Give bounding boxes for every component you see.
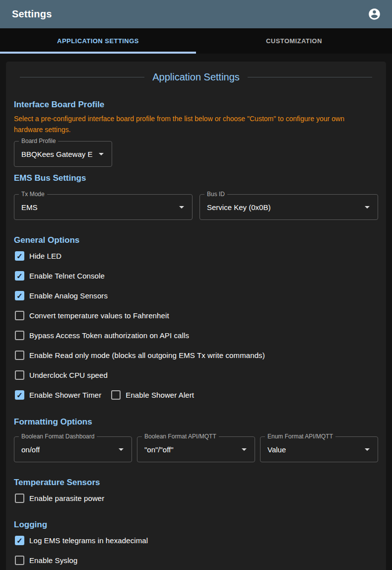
- app-bar-title: Settings: [12, 8, 52, 20]
- section-ems-bus: EMS Bus Settings Tx Mode EMS Bus ID Serv…: [14, 173, 378, 220]
- tab-label: APPLICATION SETTINGS: [57, 37, 139, 45]
- checkbox-label: Enable Shower Timer: [29, 391, 101, 399]
- checkbox-row: Enable parasite power: [14, 488, 378, 508]
- checkbox-row: Bypass Access Token authorization on API…: [14, 325, 378, 345]
- checkbox-label: Convert temperature values to Fahrenheit: [29, 311, 169, 320]
- general-options-list: Hide LED Enable Telnet Console Enable An…: [14, 246, 378, 405]
- section-logging: Logging Log EMS telegrams in hexadecimal…: [14, 519, 378, 570]
- checkbox-enable-telnet-console[interactable]: [15, 271, 24, 281]
- shower-timer-item: Enable Shower Timer: [15, 390, 101, 400]
- checkbox-row: Hide LED: [14, 246, 378, 266]
- card-title-row: Application Settings: [20, 71, 372, 83]
- checkbox-label: Underclock CPU speed: [29, 371, 108, 379]
- checkbox-label: Enable Syslog: [29, 556, 77, 565]
- checkbox-row: Enable Analog Sensors: [14, 285, 378, 305]
- card-title: Application Settings: [144, 71, 248, 83]
- dropdown-arrow-icon: [119, 448, 124, 451]
- checkbox-row: Log EMS telegrams in hexadecimal: [14, 530, 378, 550]
- section-heading: Logging: [14, 519, 378, 530]
- checkbox-label: Enable Analog Sensors: [29, 291, 108, 300]
- account-button[interactable]: [363, 3, 385, 25]
- select-value: "on"/"off": [144, 445, 174, 454]
- section-heading: Temperature Sensors: [14, 477, 378, 488]
- ems-bus-select-row: Tx Mode EMS Bus ID Service Key (0x0B): [14, 194, 378, 220]
- select-label: Tx Mode: [19, 191, 47, 198]
- checkbox-bypass-access-token[interactable]: [15, 331, 24, 340]
- select-value: EMS: [21, 203, 38, 212]
- checkbox-convert-fahrenheit[interactable]: [15, 311, 24, 320]
- divider-line: [248, 77, 372, 77]
- checkbox-row: Enable Telnet Console: [14, 266, 378, 285]
- checkbox-label: Enable Read only mode (blocks all outgoi…: [29, 351, 265, 359]
- checkbox-label: Enable Telnet Console: [29, 272, 105, 280]
- checkbox-row-shower: Enable Shower Timer Enable Shower Alert: [14, 385, 378, 405]
- checkbox-label: Enable parasite power: [29, 494, 104, 502]
- checkbox-label: Enable Shower Alert: [126, 391, 194, 399]
- tx-mode-select[interactable]: Tx Mode EMS: [14, 194, 193, 220]
- checkbox-log-ems-hexadecimal[interactable]: [15, 536, 24, 545]
- section-formatting-options: Formatting Options Boolean Format Dashbo…: [14, 417, 378, 462]
- dropdown-arrow-icon: [365, 206, 370, 209]
- section-heading: Interface Board Profile: [14, 99, 378, 110]
- checkbox-label: Hide LED: [29, 252, 62, 260]
- dropdown-arrow-icon: [179, 206, 184, 209]
- select-label: Enum Format API/MQTT: [265, 433, 335, 440]
- checkbox-row: Convert temperature values to Fahrenheit: [14, 305, 378, 325]
- checkbox-row: Enable Syslog: [14, 550, 378, 570]
- board-profile-description: Select a pre-configured interface board …: [14, 114, 369, 135]
- checkbox-enable-shower-alert[interactable]: [111, 390, 121, 400]
- boolean-format-dashboard-select[interactable]: Boolean Format Dashboard on/off: [14, 436, 132, 462]
- account-circle-icon: [368, 7, 381, 21]
- logging-options-list: Log EMS telegrams in hexadecimal Enable …: [14, 530, 378, 570]
- section-heading: Formatting Options: [14, 417, 378, 427]
- select-value: on/off: [21, 445, 40, 454]
- bus-id-select[interactable]: Bus ID Service Key (0x0B): [199, 194, 378, 220]
- settings-card: Application Settings Interface Board Pro…: [6, 62, 386, 570]
- temperature-options-list: Enable parasite power: [14, 488, 378, 508]
- select-label: Board Profile: [19, 138, 58, 145]
- checkbox-row: Underclock CPU speed: [14, 365, 378, 385]
- boolean-format-api-mqtt-select[interactable]: Boolean Format API/MQTT "on"/"off": [137, 436, 255, 462]
- dropdown-arrow-icon: [242, 448, 247, 451]
- select-label: Bus ID: [204, 191, 227, 198]
- checkbox-underclock-cpu[interactable]: [15, 370, 24, 380]
- section-temperature-sensors: Temperature Sensors Enable parasite powe…: [14, 477, 378, 508]
- app-bar: Settings: [0, 0, 392, 28]
- tab-customization[interactable]: CUSTOMIZATION: [196, 28, 392, 54]
- checkbox-read-only-mode[interactable]: [15, 351, 24, 360]
- tab-bar: APPLICATION SETTINGS CUSTOMIZATION: [0, 28, 392, 54]
- section-heading: EMS Bus Settings: [14, 173, 378, 183]
- dropdown-arrow-icon: [365, 448, 370, 451]
- dropdown-arrow-icon: [99, 153, 104, 155]
- select-value: Service Key (0x0B): [207, 203, 270, 212]
- tab-application-settings[interactable]: APPLICATION SETTINGS: [0, 28, 196, 54]
- checkbox-label: Bypass Access Token authorization on API…: [29, 331, 189, 340]
- formatting-select-row: Boolean Format Dashboard on/off Boolean …: [14, 436, 378, 462]
- checkbox-hide-led[interactable]: [15, 251, 24, 261]
- divider-line: [20, 77, 144, 77]
- select-label: Boolean Format Dashboard: [19, 433, 97, 440]
- checkbox-enable-syslog[interactable]: [15, 556, 24, 565]
- select-value: BBQKees Gateway E32: [21, 150, 93, 158]
- checkbox-enable-shower-timer[interactable]: [15, 390, 24, 400]
- checkbox-enable-analog-sensors[interactable]: [15, 291, 24, 300]
- checkbox-enable-parasite-power[interactable]: [15, 494, 24, 503]
- select-label: Boolean Format API/MQTT: [142, 433, 219, 440]
- shower-alert-item: Enable Shower Alert: [111, 390, 194, 400]
- checkbox-row: Enable Read only mode (blocks all outgoi…: [14, 345, 378, 365]
- tab-label: CUSTOMIZATION: [266, 37, 322, 45]
- select-value: Value: [267, 445, 286, 454]
- section-heading: General Options: [14, 235, 378, 245]
- board-profile-select[interactable]: Board Profile BBQKees Gateway E32: [14, 141, 112, 167]
- enum-format-api-mqtt-select[interactable]: Enum Format API/MQTT Value: [260, 436, 378, 462]
- section-general-options: General Options Hide LED Enable Telnet C…: [14, 235, 378, 405]
- checkbox-label: Log EMS telegrams in hexadecimal: [29, 536, 148, 545]
- section-board-profile: Interface Board Profile Select a pre-con…: [14, 99, 378, 167]
